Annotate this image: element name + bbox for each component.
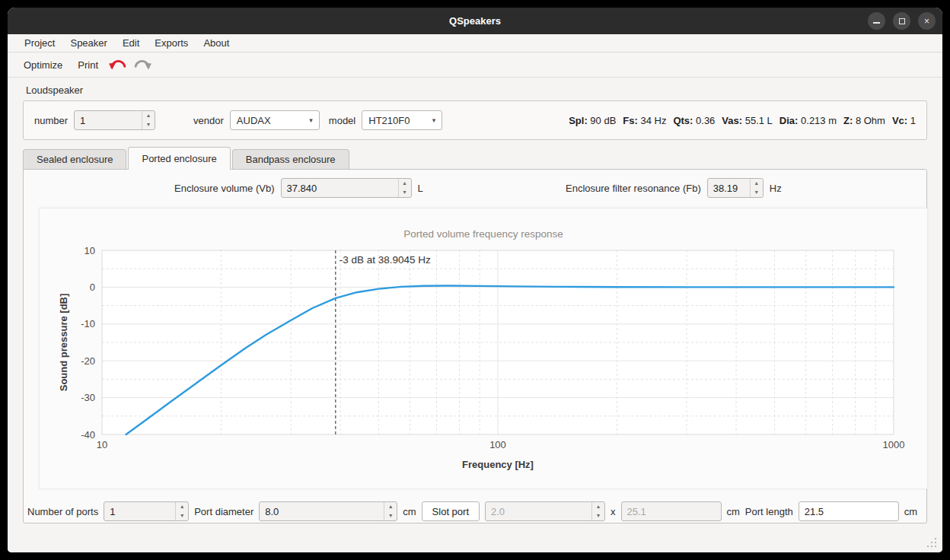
redo-icon bbox=[132, 57, 152, 72]
ported-enclosure-panel: Enclosure volume (Vb) ▴ ▾ L Enclosure fi… bbox=[23, 169, 927, 523]
x-axis-label: Frequency [Hz] bbox=[462, 459, 534, 470]
maximize-icon bbox=[899, 18, 905, 24]
menu-item-speaker[interactable]: Speaker bbox=[62, 36, 114, 50]
speaker-number-spin-buttons: ▴ ▾ bbox=[142, 111, 155, 129]
slot-unit: cm bbox=[727, 506, 740, 517]
close-button[interactable]: × bbox=[918, 12, 936, 30]
tool-bar: OptimizePrint bbox=[8, 52, 942, 78]
port-diameter-label: Port diameter bbox=[194, 506, 253, 517]
enclosure-volume-unit: L bbox=[418, 183, 423, 194]
redo-button[interactable] bbox=[131, 56, 154, 73]
menu-item-exports[interactable]: Exports bbox=[147, 36, 196, 50]
spec-dia: Dia: 0.213 m bbox=[779, 115, 837, 126]
chart-card: -3 dB at 38.9045 Hz100-10-20-30-40101001… bbox=[39, 208, 928, 489]
port-length-field[interactable] bbox=[799, 501, 899, 521]
slot-width-spin-buttons: ▴ ▾ bbox=[591, 502, 604, 520]
undo-icon bbox=[108, 57, 128, 72]
loudspeaker-groupbox: number ▴ ▾ vendor AUDAX ▾ model HT210F0 … bbox=[23, 100, 927, 140]
spec-vas: Vas: 55.1 L bbox=[722, 115, 773, 126]
window-title: QSpeakers bbox=[449, 15, 501, 27]
enclosure-resonance-unit: Hz bbox=[770, 183, 782, 194]
vendor-dropdown[interactable]: AUDAX ▾ bbox=[230, 110, 320, 130]
slot-times-label: x bbox=[610, 506, 616, 517]
spin-up-icon[interactable]: ▴ bbox=[384, 502, 397, 511]
number-label: number bbox=[34, 115, 68, 126]
y-tick-label: -20 bbox=[81, 355, 95, 367]
close-icon: × bbox=[924, 17, 929, 26]
speaker-specs: Spl: 90 dBFs: 34 HzQts: 0.36Vas: 55.1 LD… bbox=[562, 115, 916, 126]
enclosure-volume-label: Enclosure volume (Vb) bbox=[174, 183, 275, 194]
spin-down-icon[interactable]: ▾ bbox=[592, 511, 604, 520]
number-of-ports-spinbox[interactable]: ▴ ▾ bbox=[104, 501, 189, 521]
enclosure-resonance-input[interactable] bbox=[708, 179, 750, 197]
dropdown-arrow-icon: ▾ bbox=[309, 116, 313, 124]
spin-down-icon[interactable]: ▾ bbox=[176, 511, 188, 520]
spec-spl: Spl: 90 dB bbox=[569, 115, 616, 126]
spin-down-icon[interactable]: ▾ bbox=[142, 120, 155, 129]
spec-fs: Fs: 34 Hz bbox=[623, 115, 666, 126]
menu-item-edit[interactable]: Edit bbox=[115, 36, 147, 50]
enclosure-volume-spinbox[interactable]: ▴ ▾ bbox=[281, 178, 412, 198]
enclosure-volume-spin-buttons: ▴ ▾ bbox=[398, 179, 411, 197]
tab-sealed-enclosure[interactable]: Sealed enclosure bbox=[23, 149, 126, 169]
y-tick-label: -40 bbox=[81, 429, 95, 441]
spin-down-icon[interactable]: ▾ bbox=[399, 188, 411, 197]
spin-up-icon[interactable]: ▴ bbox=[751, 179, 763, 188]
print-button[interactable]: Print bbox=[71, 56, 105, 74]
x-tick-label: 10 bbox=[97, 439, 107, 450]
speaker-number-input[interactable] bbox=[75, 111, 142, 129]
port-length-unit: cm bbox=[904, 506, 917, 517]
number-of-ports-label: Number of ports bbox=[27, 506, 98, 517]
spin-up-icon[interactable]: ▴ bbox=[399, 179, 411, 188]
port-length-label: Port length bbox=[745, 506, 793, 517]
ports-row: Number of ports ▴ ▾ Port diameter ▴ ▾ bbox=[27, 500, 923, 523]
dropdown-arrow-icon: ▾ bbox=[432, 116, 436, 124]
port-length-input[interactable] bbox=[799, 502, 898, 520]
vendor-value: AUDAX bbox=[237, 115, 271, 126]
spin-up-icon[interactable]: ▴ bbox=[592, 502, 604, 511]
minimize-icon bbox=[873, 22, 880, 24]
slot-width-spinbox[interactable]: ▴ ▾ bbox=[485, 501, 605, 521]
cutoff-annotation: -3 dB at 38.9045 Hz bbox=[340, 254, 431, 266]
spec-qts: Qts: 0.36 bbox=[673, 115, 715, 126]
slot-width-input[interactable] bbox=[486, 502, 591, 520]
number-of-ports-input[interactable] bbox=[104, 502, 175, 520]
maximize-button[interactable] bbox=[893, 12, 910, 30]
x-tick-label: 100 bbox=[489, 439, 506, 450]
enclosure-volume-input[interactable] bbox=[282, 179, 398, 197]
x-tick-label: 1000 bbox=[883, 439, 905, 450]
optimize-button[interactable]: Optimize bbox=[17, 56, 69, 74]
y-axis-label: Sound pressure [dB] bbox=[58, 294, 69, 392]
menu-item-about[interactable]: About bbox=[196, 36, 237, 50]
resize-grip-icon[interactable] bbox=[927, 538, 938, 549]
spin-down-icon[interactable]: ▾ bbox=[384, 511, 397, 520]
port-diameter-spin-buttons: ▴ ▾ bbox=[384, 502, 397, 520]
toolbar-buttons: OptimizePrint bbox=[17, 56, 105, 74]
vendor-label: vendor bbox=[193, 115, 224, 126]
title-bar: QSpeakers × bbox=[8, 8, 942, 34]
spin-up-icon[interactable]: ▴ bbox=[176, 502, 188, 511]
model-label: model bbox=[329, 115, 355, 126]
slot-height-field[interactable] bbox=[621, 501, 722, 521]
minimize-button[interactable] bbox=[868, 12, 885, 30]
model-dropdown[interactable]: HT210F0 ▾ bbox=[362, 110, 442, 130]
undo-button[interactable] bbox=[107, 56, 129, 73]
spin-down-icon[interactable]: ▾ bbox=[751, 188, 763, 197]
y-tick-label: -10 bbox=[81, 318, 95, 329]
menu-bar: ProjectSpeakerEditExportsAbout bbox=[8, 34, 942, 52]
slot-port-button[interactable]: Slot port bbox=[422, 501, 480, 521]
frequency-response-chart: -3 dB at 38.9045 Hz100-10-20-30-40101001… bbox=[40, 208, 927, 488]
tab-ported-enclosure[interactable]: Ported enclosure bbox=[128, 147, 230, 170]
y-tick-label: 10 bbox=[84, 245, 95, 256]
spin-up-icon[interactable]: ▴ bbox=[142, 111, 155, 120]
y-tick-label: 0 bbox=[90, 282, 95, 293]
slot-height-input[interactable] bbox=[622, 502, 721, 520]
model-value: HT210F0 bbox=[368, 115, 410, 126]
speaker-number-spinbox[interactable]: ▴ ▾ bbox=[74, 110, 155, 130]
menu-item-project[interactable]: Project bbox=[17, 36, 62, 50]
tab-bandpass-enclosure[interactable]: Bandpass enclosure bbox=[232, 149, 349, 169]
enclosure-resonance-spinbox[interactable]: ▴ ▾ bbox=[707, 178, 764, 198]
spec-z: Z: 8 Ohm bbox=[843, 115, 885, 126]
port-diameter-input[interactable] bbox=[260, 502, 384, 520]
port-diameter-spinbox[interactable]: ▴ ▾ bbox=[259, 501, 397, 521]
